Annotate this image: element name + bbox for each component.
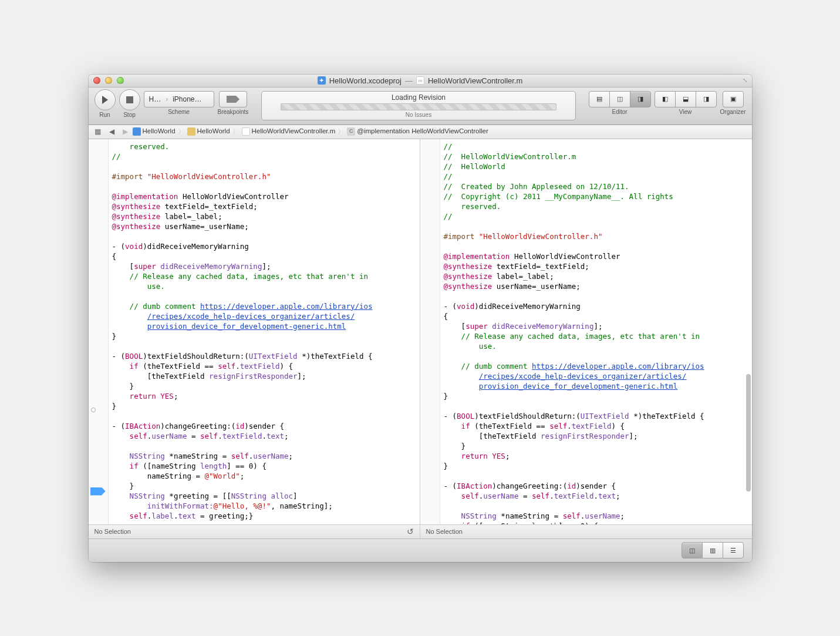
toggle-debug-button[interactable]: ⬓: [675, 91, 696, 107]
activity-viewer: Loading Revision No Issues: [261, 91, 575, 120]
left-editor-pane: reserved. // #import "HelloWorldViewCont…: [89, 139, 420, 539]
right-status-text: No Selection: [426, 528, 463, 535]
organizer-label: Organizer: [720, 109, 746, 115]
toolbar: Run Stop H… › iPhone… Scheme Breakpoints…: [89, 88, 752, 125]
code-right[interactable]: // // HelloWorldViewController.m // Hell…: [420, 139, 752, 524]
scrollbar-thumb[interactable]: [746, 374, 751, 492]
stop-group: Stop: [119, 91, 140, 118]
editor-label: Editor: [612, 109, 628, 115]
close-button[interactable]: [93, 77, 100, 84]
stop-label: Stop: [123, 112, 136, 118]
stop-icon: [126, 96, 133, 103]
project-icon: [133, 127, 141, 136]
log-view-button[interactable]: ☰: [723, 542, 744, 558]
editor-mode-group: ▤ ◫ ◨ Editor: [589, 91, 651, 115]
chevron-icon: 〉: [338, 127, 345, 137]
code-left[interactable]: reserved. // #import "HelloWorldViewCont…: [89, 139, 420, 524]
breakpoint-icon: [227, 96, 239, 103]
organizer-group: ▣ Organizer: [720, 91, 746, 115]
objc-file-icon: m: [416, 76, 424, 85]
minimize-button[interactable]: [105, 77, 112, 84]
activity-title: Loading Revision: [392, 93, 446, 102]
comparison-view-button[interactable]: ◫: [682, 542, 703, 558]
version-editor-button[interactable]: ◨: [630, 91, 651, 107]
window-controls: [93, 77, 124, 84]
play-icon: [102, 96, 108, 104]
breakpoints-button[interactable]: [219, 91, 247, 107]
organizer-button[interactable]: ▣: [723, 91, 744, 107]
bottom-bar: ◫ ▥ ☰: [89, 539, 752, 562]
view-label: View: [679, 109, 692, 115]
jump-symbol[interactable]: C@implementation HelloWorldViewControlle…: [347, 127, 488, 136]
xcode-window: ✦ HelloWorld.xcodeproj — m HelloWorldVie…: [89, 75, 752, 562]
activity-progress: [281, 103, 556, 110]
svg-marker-0: [227, 96, 239, 103]
jump-project[interactable]: HelloWorld: [133, 127, 176, 136]
scheme-group: H… › iPhone… Scheme: [144, 91, 214, 115]
gutter-right[interactable]: [420, 139, 440, 524]
history-icon[interactable]: ↺: [407, 527, 414, 536]
breakpoints-label: Breakpoints: [218, 109, 249, 115]
scheme-sep: ›: [166, 95, 168, 103]
title-file: HelloWorldViewController.m: [428, 76, 522, 85]
jump-file[interactable]: HelloWorldViewController.m: [242, 127, 336, 136]
scheme-label: Scheme: [168, 109, 190, 115]
forward-button[interactable]: ▶: [119, 126, 131, 137]
chevron-icon: 〉: [178, 127, 185, 137]
scheme-selector[interactable]: H… › iPhone…: [144, 91, 214, 107]
editor-area: reserved. // #import "HelloWorldViewCont…: [89, 139, 752, 539]
activity-subtitle: No Issues: [406, 112, 431, 118]
zoom-button[interactable]: [117, 77, 124, 84]
chevron-icon: 〉: [232, 127, 239, 137]
back-button[interactable]: ◀: [106, 126, 118, 137]
run-button[interactable]: [95, 89, 116, 110]
run-group: Run: [95, 91, 116, 118]
jump-bar: ▦ ◀ ▶ HelloWorld 〉 HelloWorld 〉 HelloWor…: [89, 125, 752, 139]
title-separator: —: [405, 76, 413, 85]
file-icon: [242, 127, 250, 136]
xcodeproj-icon: ✦: [318, 76, 326, 85]
left-status-bar: No Selection ↺: [89, 524, 420, 539]
related-items-button[interactable]: ▦: [91, 126, 104, 137]
stop-button[interactable]: [119, 89, 140, 110]
left-status-text: No Selection: [95, 528, 131, 535]
view-group: ◧ ⬓ ◨ View: [655, 91, 717, 115]
scheme-dest: iPhone…: [173, 95, 201, 103]
breakpoint-arrow-icon[interactable]: [90, 487, 106, 496]
titlebar[interactable]: ✦ HelloWorld.xcodeproj — m HelloWorldVie…: [89, 75, 752, 88]
right-editor-pane: // // HelloWorldViewController.m // Hell…: [420, 139, 752, 539]
breakpoints-group: Breakpoints: [218, 91, 249, 115]
gutter-left[interactable]: [89, 139, 109, 524]
breakpoint-circle-icon[interactable]: [91, 408, 96, 412]
run-label: Run: [99, 112, 110, 118]
right-status-bar: No Selection: [420, 524, 752, 539]
fullscreen-icon[interactable]: ⤡: [743, 77, 747, 83]
assistant-editor-button[interactable]: ◫: [609, 91, 630, 107]
toggle-navigator-button[interactable]: ◧: [655, 91, 676, 107]
jump-folder[interactable]: HelloWorld: [187, 127, 230, 136]
title-project: HelloWorld.xcodeproj: [329, 76, 402, 85]
standard-editor-button[interactable]: ▤: [589, 91, 610, 107]
symbol-icon: C: [347, 127, 355, 136]
folder-icon: [187, 127, 195, 136]
blame-view-button[interactable]: ▥: [702, 542, 723, 558]
window-title: ✦ HelloWorld.xcodeproj — m HelloWorldVie…: [89, 76, 752, 85]
toggle-utilities-button[interactable]: ◨: [696, 91, 717, 107]
scheme-app: H…: [149, 95, 161, 103]
